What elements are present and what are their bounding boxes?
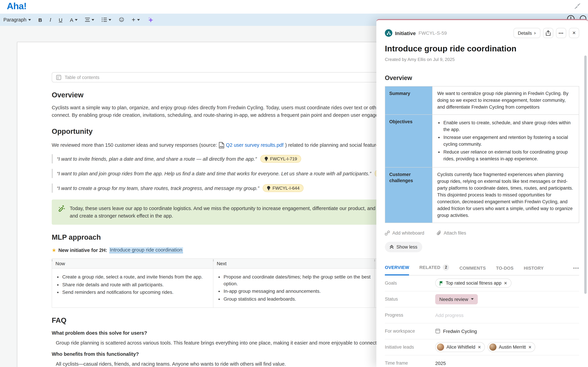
aha-logo[interactable]: Aha! — [7, 1, 26, 12]
attachments-row: Add whiteboard Attach files — [385, 230, 579, 235]
italic-button[interactable]: I — [49, 17, 51, 23]
details-button-label: Details — [518, 31, 532, 36]
summary-value-cell[interactable]: We want to centralize group ride plannin… — [432, 86, 579, 115]
overview-table: Summary We want to centralize group ride… — [385, 86, 579, 223]
details-button[interactable]: Details› — [513, 28, 540, 38]
initiative-record-link[interactable]: Introduce group ride coordination — [109, 247, 183, 253]
list-item: Create a group ride, select a route, and… — [62, 274, 210, 280]
tab-history[interactable]: HISTORY — [524, 265, 544, 275]
emoji-button[interactable]: ☺ — [119, 17, 124, 23]
text-color-dropdown[interactable]: A — [70, 17, 78, 23]
status-dropdown[interactable]: Needs review — [435, 294, 478, 304]
challenges-label-cell: Customer challenges — [385, 167, 432, 223]
survey-pdf-link[interactable]: Q2 user survey results.pdf — [226, 141, 284, 149]
initiative-detail-panel: Initiative FWCYL-S-59 Details› ••• × Int… — [376, 19, 588, 367]
created-by-line: Created by Amy Ellis on Jul 9, 2025 — [385, 57, 579, 62]
avatar — [489, 343, 497, 351]
summary-label-cell: Summary — [385, 86, 432, 115]
timeframe-value[interactable]: 2025 — [435, 360, 446, 366]
chevron-down-icon — [137, 19, 140, 21]
magic-wand-icon — [58, 205, 65, 212]
list-item: Share ride details and route with all pa… — [62, 281, 210, 288]
app-window: Aha! Paragraph B I U A ☺ + — [0, 0, 588, 367]
idea-reference-badge[interactable]: FWCYL-I-644 — [263, 184, 304, 192]
chevron-down-icon — [92, 19, 94, 21]
bold-button[interactable]: B — [38, 17, 42, 23]
add-whiteboard-button[interactable]: Add whiteboard — [385, 230, 424, 235]
more-actions-button[interactable]: ••• — [556, 28, 566, 38]
field-row-status: Status Needs review — [385, 291, 579, 307]
doc-text: We reviewed more than 150 customer ideas… — [52, 141, 217, 149]
paragraph-style-dropdown[interactable]: Paragraph — [3, 17, 31, 23]
sparkle-icon — [147, 17, 153, 23]
initiative-type-icon — [385, 29, 392, 37]
panel-tabs: OVERVIEW RELATED2 COMMENTS TO-DOS HISTOR… — [385, 264, 579, 275]
column-header-now[interactable]: Now — [52, 259, 213, 268]
chevron-down-icon — [471, 298, 474, 300]
toc-placeholder-text: Table of contents — [65, 75, 99, 80]
add-progress-placeholder[interactable]: Add progress — [435, 312, 464, 318]
attach-files-button[interactable]: Attach files — [437, 230, 466, 235]
remove-goal-icon[interactable]: ✕ — [504, 281, 507, 285]
lead-chip[interactable]: Austin Merritt ✕ — [488, 342, 535, 352]
lead-chip[interactable]: Alice Whitfield ✕ — [435, 342, 485, 352]
table-cell-next[interactable]: Propose and coordinate dates/times; help… — [213, 268, 375, 308]
add-whiteboard-label: Add whiteboard — [392, 230, 424, 235]
lightbulb-icon — [264, 156, 268, 161]
list-dropdown[interactable] — [102, 18, 111, 22]
tab-todos[interactable]: TO-DOS — [496, 265, 514, 275]
remove-lead-icon[interactable]: ✕ — [528, 345, 532, 350]
chevron-right-icon: › — [534, 31, 536, 36]
goal-chip[interactable]: Top rated social fitness app ✕ — [435, 278, 511, 288]
field-row-goals: Goals Top rated social fitness app ✕ — [385, 275, 579, 291]
objective-item: Enable users to create, schedule, and sh… — [443, 119, 574, 133]
workspace-icon — [435, 329, 440, 334]
tab-related[interactable]: RELATED2 — [419, 264, 449, 275]
share-button[interactable] — [543, 28, 553, 38]
chevron-down-icon — [109, 19, 111, 21]
panel-overview-heading: Overview — [385, 75, 579, 82]
align-dropdown[interactable] — [85, 18, 94, 22]
double-chevron-up-icon — [390, 245, 394, 249]
lead-chip-label: Austin Merritt — [499, 344, 526, 350]
status-label: Status — [385, 297, 435, 302]
record-reference[interactable]: FWCYL-S-59 — [418, 30, 447, 36]
lead-chip-label: Alice Whitfield — [446, 344, 475, 350]
close-button[interactable]: × — [569, 28, 579, 38]
panel-scrollbar[interactable] — [584, 56, 587, 294]
objective-item: Increase user engagement and retention b… — [443, 134, 574, 148]
workspace-label: For workspace — [385, 329, 435, 334]
paperclip-icon — [437, 230, 441, 235]
ai-sparkle-button[interactable] — [147, 17, 153, 23]
collapse-icon[interactable] — [574, 3, 580, 9]
show-less-button[interactable]: Show less — [385, 242, 422, 252]
insert-dropdown[interactable]: + — [132, 17, 140, 23]
callout-text-line: Today, these users leave our app to coor… — [70, 205, 392, 212]
field-row-progress: Progress Add progress — [385, 307, 579, 323]
goals-label: Goals — [385, 281, 435, 286]
list-icon — [102, 18, 107, 22]
status-value: Needs review — [439, 296, 468, 302]
flag-icon — [439, 281, 443, 285]
challenges-value-cell[interactable]: Cyclists currently face fragmented exper… — [432, 167, 579, 223]
initiative-title[interactable]: Introduce group ride coordination — [385, 44, 579, 53]
tab-comments[interactable]: COMMENTS — [459, 265, 486, 275]
column-header-next[interactable]: Next — [213, 259, 375, 268]
objectives-value-cell[interactable]: Enable users to create, schedule, and sh… — [432, 115, 579, 167]
tabs-overflow-button[interactable]: ••• — [573, 265, 579, 275]
toc-icon — [56, 75, 61, 80]
table-cell-now[interactable]: Create a group ride, select a route, and… — [52, 268, 213, 308]
attach-files-label: Attach files — [444, 230, 466, 235]
top-bar: Aha! — [0, 0, 588, 14]
remove-lead-icon[interactable]: ✕ — [478, 345, 481, 350]
list-item: Group statistics and leaderboards. — [224, 296, 371, 302]
text-color-label: A — [70, 17, 73, 23]
underline-button[interactable]: U — [59, 17, 62, 23]
workspace-value[interactable]: Fredwin Cycling — [443, 328, 477, 334]
idea-reference-badge[interactable]: FWCYL-I-719 — [260, 155, 301, 163]
objective-item: Reduce user reliance on external tools f… — [443, 149, 574, 162]
new-initiative-label: New initiative for 2H: — [58, 248, 107, 253]
tab-overview[interactable]: OVERVIEW — [385, 265, 409, 275]
whiteboard-icon — [385, 230, 390, 235]
quote-text: “I want to create a group for my team, s… — [57, 185, 259, 191]
